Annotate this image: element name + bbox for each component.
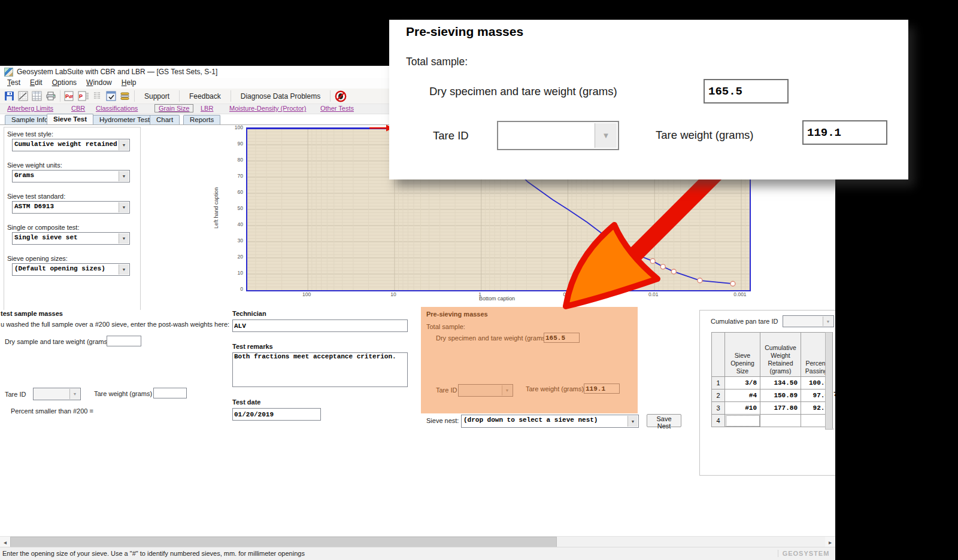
data-columns-icon[interactable] [92,90,103,102]
menu-help[interactable]: Help [117,78,141,89]
pre-sieving-tare-id-label: Tare ID [436,386,457,394]
post-wash-tare-weight-input[interactable] [153,388,187,398]
nav-link-cbr[interactable]: CBR [71,105,85,112]
test-date-input[interactable] [232,408,321,421]
test-remarks-input[interactable] [232,352,408,387]
tab-sieve-test[interactable]: Sieve Test [47,114,93,124]
chevron-down-icon[interactable]: ▼ [119,202,129,212]
nav-link-atterberg-limits[interactable]: Atterberg Limits [7,105,53,112]
tab-reports[interactable]: Reports [183,115,220,124]
table-cell[interactable]: #4 [725,389,760,402]
option-combo-3-value: Single sieve set [14,234,78,241]
y-tick: 100 [228,124,243,130]
chevron-down-icon[interactable]: ▼ [119,233,129,244]
post-wash-tare-id-combo[interactable]: ▼ [33,388,81,400]
tab-hydrometer-test[interactable]: Hydrometer Test [93,115,156,124]
option-combo-3[interactable]: Single sieve set▼ [12,232,130,245]
pre-sieving-tare-id-combo[interactable]: ▼ [458,384,513,397]
nav-link-grain-size[interactable]: Grain Size [154,104,193,112]
y-tick: 50 [228,205,243,211]
option-label-1: Sieve weight units: [7,162,62,169]
save-nest-button[interactable]: Save Nest [647,414,681,427]
diagnose-data-problems-button[interactable]: Diagnose Data Problems [234,91,328,102]
chevron-down-icon[interactable]: ▼ [502,385,512,395]
data-point-marker [671,269,676,274]
chevron-down-icon[interactable]: ▼ [627,416,638,427]
table-cell[interactable]: #10 [725,402,760,415]
y-tick: 90 [228,141,243,147]
pre-sieving-tare-weight-input[interactable] [584,384,620,394]
svg-text:df: df [69,95,73,99]
x-tick: 10 [378,291,408,297]
chevron-down-icon[interactable]: ▼ [69,389,80,399]
callout-tare-weight-input[interactable] [802,120,887,145]
scroll-right-icon[interactable]: ▸ [825,537,835,547]
table-cell[interactable]: 150.89 [760,389,801,402]
table-cell[interactable] [725,415,760,427]
option-combo-2-value: ASTM D6913 [14,203,54,210]
menu-edit[interactable]: Edit [25,78,47,89]
table-cell[interactable]: 3/8 [725,377,760,389]
table-row: 3#10177.8092.1 [712,402,832,415]
scrollbar-thumb[interactable] [10,537,557,547]
table-cell[interactable] [760,415,801,427]
scroll-left-icon[interactable]: ◂ [0,537,10,547]
sieve-data-table[interactable]: Sieve Opening SizeCumulative Weight Reta… [711,332,832,427]
post-wash-heading: test sample masses [1,310,63,317]
data-point-marker [615,242,620,247]
nav-link-other-tests[interactable]: Other Tests [320,105,354,112]
callout-dry-input[interactable] [704,79,789,104]
technician-input[interactable] [232,319,408,332]
option-label-4: Sieve opening sizes: [7,255,68,262]
option-combo-2[interactable]: ASTM D6913▼ [12,201,130,214]
no-bugs-icon[interactable] [334,90,347,102]
toolbar-separator [134,90,135,102]
horizontal-scrollbar[interactable]: ◂ ▸ [0,536,835,547]
y-tick: 40 [228,221,243,227]
chevron-down-icon[interactable]: ▼ [119,140,129,150]
nav-link-classifications[interactable]: Classifications [96,105,138,112]
pre-sieving-dry-input[interactable] [544,333,580,343]
sieve-nest-label: Sieve nest: [426,417,459,424]
total-sample-label: Total sample: [426,323,465,330]
pre-sieving-tare-weight-label: Tare weight (grams) [526,385,584,392]
row-number-cell: 3 [712,402,725,415]
callout-tare-id-combo[interactable]: ▼ [497,121,619,150]
data-point-marker [660,264,665,269]
nav-link-lbr[interactable]: LBR [201,105,213,112]
pan-tare-combo[interactable]: ▼ [783,315,834,327]
toolbar-separator [231,90,231,102]
nav-link-moisture-density-proctor-[interactable]: Moisture-Density (Proctor) [229,105,306,112]
table-header: Cumulative Weight Retained (grams) [760,333,801,377]
table-icon[interactable] [31,90,43,102]
layers-icon[interactable] [119,90,131,102]
table-cell[interactable]: 134.50 [760,377,801,389]
pdf-icon[interactable]: Pdf [64,90,75,102]
menu-test[interactable]: Test [2,78,25,89]
option-label-2: Sieve test standard: [7,193,65,200]
graph-icon[interactable] [17,90,29,102]
chevron-down-icon[interactable]: ▼ [119,264,129,275]
chart-y-axis-label: Left hand caption [213,169,221,247]
sieve-nest-combo[interactable]: (drop down to select a sieve nest)▼ [461,415,639,428]
chevron-down-icon[interactable]: ▼ [119,171,129,181]
table-cell[interactable]: 177.80 [760,402,801,415]
pdf-list-icon[interactable]: P [78,90,89,102]
option-combo-4[interactable]: (Default opening sizes)▼ [12,263,130,276]
status-message: Enter the opening size of your sieve. Us… [2,550,305,557]
pre-sieving-heading: Pre-sieving masses [426,311,488,318]
save-icon[interactable] [4,90,15,102]
menu-window[interactable]: Window [81,78,117,89]
chevron-down-icon[interactable]: ▼ [595,123,617,148]
tab-chart[interactable]: Chart [150,115,180,124]
option-combo-0[interactable]: Cumulative weight retained▼ [12,139,130,151]
y-tick: 60 [228,189,243,195]
print-icon[interactable] [45,90,56,102]
window-check-icon[interactable] [105,90,117,102]
post-wash-dry-input[interactable] [107,336,141,346]
chevron-down-icon[interactable]: ▼ [823,316,833,326]
option-combo-1[interactable]: Grams▼ [12,170,130,182]
support-button[interactable]: Support [137,91,177,102]
feedback-button[interactable]: Feedback [182,91,228,102]
menu-options[interactable]: Options [47,78,81,89]
